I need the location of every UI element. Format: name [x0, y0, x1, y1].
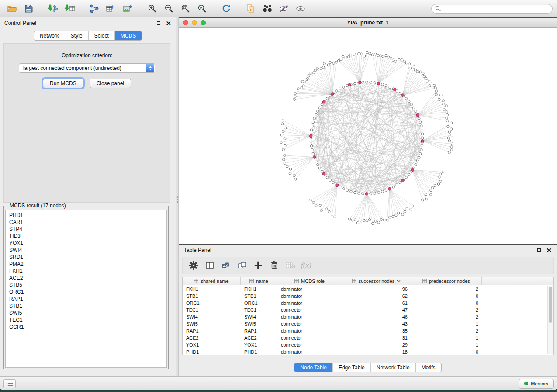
run-mcds-button[interactable]: Run MCDS	[43, 79, 83, 88]
close-panel-icon[interactable]: ✕	[166, 20, 171, 27]
mcds-result-item[interactable]: SWI5	[6, 309, 166, 316]
tab-node-table[interactable]: Node Table	[294, 363, 332, 372]
table-cell: RAP1	[183, 328, 241, 334]
table-row[interactable]: ORC1ORC1dominator610	[183, 299, 553, 306]
search-input[interactable]	[443, 6, 549, 12]
search-field[interactable]	[431, 4, 553, 14]
table-row[interactable]: RAP1RAP1dominator352	[183, 327, 553, 334]
mcds-result-item[interactable]: RAP1	[6, 296, 166, 303]
tab-edge-table[interactable]: Edge Table	[332, 363, 370, 372]
function-builder-button[interactable]: f(x)	[299, 261, 313, 270]
mcds-result-item[interactable]: STP4	[6, 226, 166, 233]
annotation-button[interactable]	[243, 2, 259, 16]
table-row[interactable]: FKH1FKH1dominator962	[183, 285, 553, 292]
tab-motifs[interactable]: Motifs	[415, 363, 441, 372]
optimization-criterion-select[interactable]: largest connected component (undirected)	[19, 63, 155, 73]
close-window-icon[interactable]	[183, 20, 188, 25]
export-table-icon	[106, 4, 116, 14]
new-network-button[interactable]	[86, 2, 102, 16]
export-image-button[interactable]	[120, 2, 135, 16]
memory-button[interactable]: Memory	[519, 379, 554, 389]
table-row[interactable]: PHD1PHD1dominator180	[183, 348, 553, 355]
column-header-successor-nodes[interactable]: successor nodes	[342, 277, 411, 285]
tab-network[interactable]: Network	[34, 31, 65, 40]
application-window: Control Panel ✕ NetworkStyleSelectMCDS O…	[0, 0, 557, 390]
mcds-result-item[interactable]: FKH1	[6, 268, 166, 275]
mcds-result-item[interactable]: SWI4	[6, 247, 166, 254]
table-cell: dominator	[277, 328, 342, 334]
export-table-button[interactable]	[103, 2, 119, 16]
zoom-fit-button[interactable]	[177, 2, 193, 16]
zoom-out-icon	[164, 4, 173, 13]
column-header-shared-name[interactable]: shared name	[183, 277, 241, 285]
hide-selected-button[interactable]	[276, 2, 292, 16]
mcds-result-item[interactable]: ACE2	[6, 275, 166, 282]
show-columns-button[interactable]	[202, 258, 217, 272]
mcds-result-item[interactable]: GCR1	[6, 323, 166, 330]
toolbar-separator	[79, 2, 86, 16]
eye-slash-icon	[279, 4, 289, 13]
minimize-window-icon[interactable]	[192, 20, 197, 25]
table-cell: dominator	[277, 293, 342, 299]
tab-style[interactable]: Style	[65, 31, 88, 40]
select-all-button[interactable]	[218, 258, 233, 272]
mcds-result-item[interactable]: CAR1	[6, 219, 166, 226]
network-canvas[interactable]	[179, 28, 557, 244]
mcds-result-item[interactable]: PHD1	[6, 212, 166, 219]
apply-layout-button[interactable]	[218, 2, 234, 16]
table-row[interactable]: STB1STB1dominator620	[183, 292, 553, 299]
column-header-MCDS-role[interactable]: MCDS role	[277, 277, 342, 285]
table-row[interactable]: ACE2ACE2connector311	[183, 334, 553, 341]
open-file-button[interactable]	[4, 2, 20, 16]
mcds-result-item[interactable]: PMA2	[6, 261, 166, 268]
table-cell: 0	[411, 349, 482, 354]
table-row[interactable]: YOX1YOX1connector291	[183, 341, 553, 348]
table-settings-button[interactable]	[186, 258, 201, 272]
import-network-button[interactable]	[45, 2, 61, 16]
export-image-icon	[122, 4, 133, 14]
mcds-result-item[interactable]: ORC1	[6, 289, 166, 296]
table-row[interactable]: SWI4SWI4dominator462	[183, 313, 553, 320]
show-all-button[interactable]	[293, 2, 308, 16]
deselect-all-button[interactable]	[235, 258, 249, 272]
panel-splitter[interactable]	[176, 17, 179, 376]
column-header-predecessor-nodes[interactable]: predecessor nodes	[411, 277, 482, 285]
save-session-button[interactable]	[21, 2, 37, 16]
find-button[interactable]	[259, 2, 275, 16]
tab-network-table[interactable]: Network Table	[370, 363, 415, 372]
tab-select[interactable]: Select	[88, 31, 114, 40]
save-icon	[24, 4, 33, 13]
mcds-result-item[interactable]: STB5	[6, 282, 166, 289]
select-all-icon	[221, 261, 231, 270]
mcds-result-item[interactable]: STB1	[6, 303, 166, 309]
zoom-in-button[interactable]	[144, 2, 160, 16]
mcds-result-item[interactable]: YOX1	[6, 240, 166, 247]
zoom-selected-button[interactable]	[194, 2, 210, 16]
close-panel-button[interactable]: Close panel	[90, 79, 131, 88]
add-column-button[interactable]	[251, 258, 266, 272]
mcds-result-item[interactable]: TID3	[6, 233, 166, 240]
table-row[interactable]: SWI5SWI5connector431	[183, 320, 553, 327]
delete-column-button[interactable]	[267, 258, 282, 272]
table-scrollbar-thumb[interactable]	[549, 287, 552, 323]
deselect-all-icon	[237, 261, 247, 270]
zoom-out-button[interactable]	[161, 2, 176, 16]
float-panel-icon[interactable]	[157, 21, 160, 25]
import-table-button[interactable]	[62, 2, 78, 16]
maximize-window-icon[interactable]	[201, 20, 206, 25]
tab-mcds[interactable]: MCDS	[114, 31, 142, 40]
table-cell: ORC1	[183, 300, 241, 306]
status-menu-button[interactable]	[3, 379, 16, 388]
float-table-panel-icon[interactable]	[537, 248, 541, 252]
close-table-panel-icon[interactable]: ✕	[546, 247, 552, 254]
mcds-result-item[interactable]: TEC1	[6, 316, 166, 323]
mcds-result-item[interactable]: SRD1	[6, 254, 166, 261]
plus-icon	[253, 261, 263, 270]
node-table-body: FKH1FKH1dominator962STB1STB1dominator620…	[183, 285, 553, 355]
column-header-name[interactable]: name	[241, 277, 277, 285]
control-panel-tabs: NetworkStyleSelectMCDS	[34, 31, 142, 41]
table-scrollbar[interactable]	[547, 286, 553, 354]
table-row[interactable]: TEC1TEC1connector472	[183, 306, 553, 313]
control-panel: Control Panel ✕ NetworkStyleSelectMCDS O…	[0, 17, 176, 376]
table-cell: SWI5	[183, 321, 241, 327]
